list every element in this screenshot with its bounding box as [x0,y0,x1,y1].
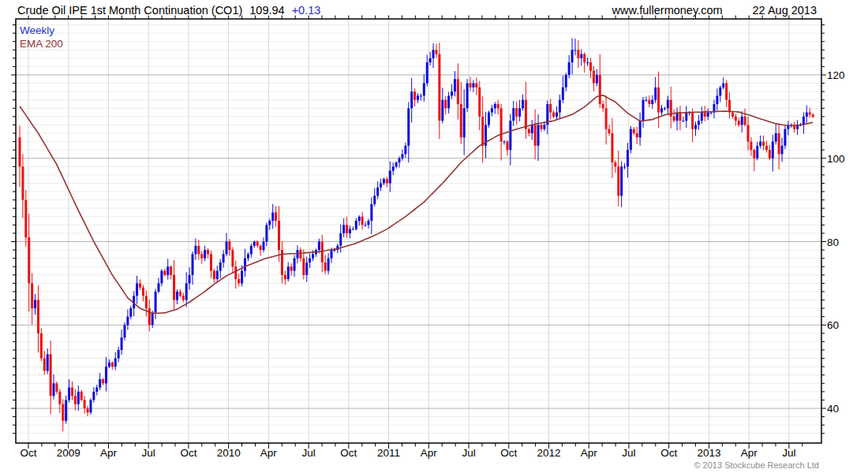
candle-body [309,259,311,263]
candle-body [210,254,212,270]
candle-body [518,108,521,117]
candle-body [321,242,324,263]
candle-body [531,125,533,133]
candle-body [435,50,437,54]
candle-body [271,212,274,221]
y-axis-label: 60 [827,319,839,331]
candle-body [155,292,157,312]
candle-body [503,142,506,143]
candle-body [608,129,611,133]
candle-body [673,117,675,121]
candle-body [207,250,209,254]
candle-body [639,121,642,137]
candle-body [226,242,228,255]
x-axis-label: 2012 [537,447,560,459]
candle-body [515,108,518,117]
candle-body [80,392,83,400]
candle-body [549,104,552,113]
candle-body [540,125,542,128]
candle-body [355,221,357,229]
candle-body [753,150,755,158]
candle-body [185,283,188,300]
candle-body [762,142,765,146]
candle-body [380,183,382,187]
candle-body [651,100,653,104]
candle-body [173,275,175,300]
candle-body [234,266,237,279]
candle-body [247,254,249,258]
candle-body [58,392,61,404]
candle-body [571,50,574,62]
candle-body [157,283,159,292]
candle-body [327,259,330,271]
candle-body [318,242,320,251]
candle-body [228,242,230,251]
candle-body [568,62,571,75]
candle-body [370,204,372,221]
candle-body [704,113,706,117]
candle-body [383,179,385,183]
candle-body [19,137,21,166]
candle-body [34,300,36,309]
candle-body [65,400,67,420]
candle-body [47,354,49,371]
gridlines-minor [16,25,821,434]
candle-body [152,312,154,325]
candle-body [55,383,58,392]
candle-body [657,88,660,113]
candle-body [654,88,657,100]
candle-body [497,104,499,108]
copyright-notice: © 2013 Stockcube Research Ltd [694,460,819,470]
candle-body [769,150,771,158]
candle-body [648,100,650,104]
y-axis-label: 80 [827,236,839,248]
candle-body [278,221,280,250]
last-price: 109.94 [249,4,284,17]
candle-body [24,200,27,238]
candle-body [429,58,432,62]
candle-body [284,275,286,279]
candle-body [707,113,709,117]
candle-body [682,121,684,121]
candle-body [111,363,114,367]
candle-body [275,212,277,221]
candle-body [294,259,296,271]
candle-body [525,100,527,129]
candle-body [170,266,172,275]
candle-body [543,125,545,128]
candle-body [759,142,761,146]
candle-body [691,113,694,129]
candle-body [204,250,206,259]
legend-ema: EMA 200 [20,38,63,50]
candle-body [367,221,369,225]
candle-body [719,88,721,96]
candle-body [299,250,301,259]
candle-body [324,263,327,271]
candle-body [441,100,443,121]
x-axis-label: 2009 [57,447,80,459]
price-change: +0.13 [292,4,321,17]
candle-body [574,50,576,50]
candle-body [410,91,413,108]
candle-body [475,84,477,88]
candle-body [565,75,567,88]
candle-body [296,250,298,259]
candle-body [407,108,410,146]
candle-body [633,129,635,133]
candle-body [460,104,462,137]
candle-body [373,196,376,204]
x-axis-label: Oct [500,447,517,459]
candle-body [84,400,86,408]
candle-body [290,266,293,270]
x-axis-label: Oct [20,447,36,459]
candle-body [438,54,440,121]
candle-body [620,166,623,196]
candle-body [589,62,592,71]
y-axis-label: 120 [827,69,845,81]
x-axis-label: Jul [301,447,315,459]
candle-body [108,363,110,367]
candle-body [577,50,579,58]
candle-body [537,125,540,145]
candle-body [512,108,514,121]
candle-body [260,246,262,250]
